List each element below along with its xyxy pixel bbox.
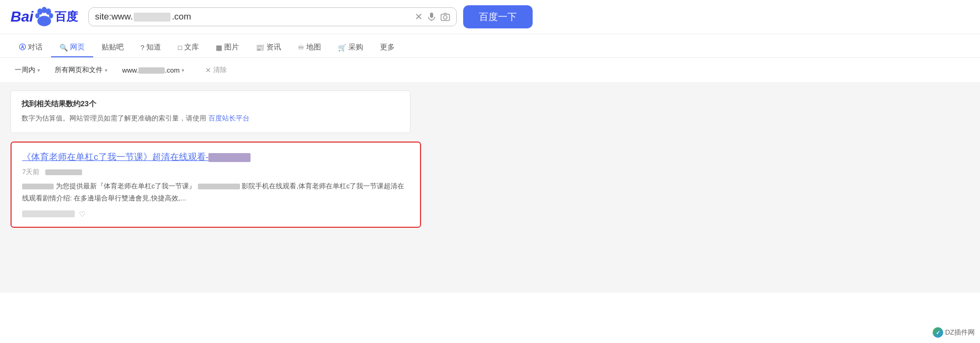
- result-count-box: 找到相关结果数约23个 数字为估算值。网站管理员如需了解更准确的索引量，请使用 …: [11, 90, 411, 133]
- svg-point-3: [35, 13, 39, 18]
- wangye-icon: 🔍: [59, 44, 68, 52]
- tab-tiezieba-label: 贴贴吧: [102, 43, 124, 52]
- result-footer-blurred: [22, 210, 75, 217]
- filter-domain-chevron-icon: ▾: [182, 67, 184, 73]
- tab-tiezieba[interactable]: 贴贴吧: [93, 38, 132, 57]
- search-input-text: site:www..com: [95, 12, 411, 22]
- tab-caigou[interactable]: 🛒 采购: [329, 38, 372, 57]
- result-desc: 为您提供最新『体育老师在单杠c了我一节课』 影院手机在线观看,体育老师在单杠c了…: [22, 180, 409, 205]
- domain-blurred: [134, 13, 171, 22]
- svg-point-5: [37, 16, 51, 26]
- tab-duihua-label: 对话: [28, 43, 43, 52]
- filter-time-label: 一周内: [15, 65, 35, 75]
- result-count-title: 找到相关结果数约23个: [22, 99, 399, 109]
- mic-icon[interactable]: [427, 12, 436, 22]
- tab-caigou-label: 采购: [348, 43, 363, 52]
- clear-icon[interactable]: ✕: [415, 11, 423, 23]
- tab-wangye-label: 网页: [70, 43, 85, 52]
- ditu-icon: ♾: [298, 44, 304, 52]
- filter-domain[interactable]: www..com ▾: [118, 64, 188, 76]
- tab-zixun-label: 资讯: [266, 43, 281, 52]
- result-count-desc-1: 数字为估算值。网站管理员如需了解更准确的索引量，请使用: [22, 114, 206, 122]
- tab-duihua[interactable]: Ⓐ 对话: [11, 38, 51, 57]
- baidu-logo: Bai 百度: [11, 6, 78, 27]
- tab-zixun[interactable]: 📰 资讯: [247, 38, 289, 57]
- tab-ditu-label: 地图: [306, 43, 321, 52]
- clear-label: 清除: [213, 65, 227, 75]
- result-time-ago: 7天前: [22, 168, 39, 176]
- zixun-icon: 📰: [256, 44, 264, 52]
- search-bar: site:www..com ✕: [88, 7, 457, 26]
- result-title-blurred: [208, 153, 251, 162]
- result-count-desc: 数字为估算值。网站管理员如需了解更准确的索引量，请使用 百度站长平台: [22, 113, 399, 124]
- clear-x-icon: ✕: [205, 66, 211, 74]
- result-desc-site-blurred: [22, 184, 54, 190]
- tupian-icon: ▦: [216, 44, 222, 52]
- svg-point-9: [443, 16, 447, 19]
- filter-time[interactable]: 一周内 ▾: [11, 63, 44, 77]
- result-desc-text-1: 为您提供最新『体育老师在单杠c了我一节课』: [56, 182, 196, 190]
- paw-icon: [34, 6, 55, 27]
- logo-baidu-cn-text: 百度: [55, 9, 78, 25]
- tab-tupian-label: 图片: [224, 43, 239, 52]
- tab-gengduo[interactable]: 更多: [372, 38, 403, 57]
- baidu-webmaster-link[interactable]: 百度站长平台: [208, 114, 249, 122]
- tab-zhidao[interactable]: ? 知道: [132, 38, 169, 57]
- tab-wangye[interactable]: 🔍 网页: [51, 38, 93, 57]
- caigou-icon: 🛒: [338, 44, 346, 52]
- tab-wenku-label: 文库: [184, 43, 199, 52]
- svg-point-4: [49, 13, 53, 18]
- search-button[interactable]: 百度一下: [463, 5, 533, 28]
- result-title-link[interactable]: 《体育老师在单杠c了我一节课》超清在线观看-: [22, 151, 409, 163]
- filter-scope-label: 所有网页和文件: [55, 65, 103, 75]
- camera-icon[interactable]: [441, 12, 450, 22]
- filter-scope[interactable]: 所有网页和文件 ▾: [51, 63, 112, 77]
- tab-wenku[interactable]: □ 文库: [169, 38, 207, 57]
- result-site-blurred: [45, 169, 82, 176]
- svg-rect-6: [430, 13, 433, 18]
- result-meta: 7天前: [22, 167, 409, 177]
- logo-bai-text: Bai: [11, 8, 34, 25]
- tab-tupian[interactable]: ▦ 图片: [207, 38, 247, 57]
- search-result-card: 《体育老师在单杠c了我一节课》超清在线观看- 7天前 为您提供最新『体育老师在单…: [11, 142, 421, 228]
- result-desc-mid-blurred: [198, 184, 240, 190]
- duihua-icon: Ⓐ: [19, 43, 26, 52]
- filter-time-chevron-icon: ▾: [37, 67, 40, 73]
- wenku-icon: □: [178, 44, 182, 52]
- result-footer: ♡: [22, 210, 409, 218]
- filter-bar: 一周内 ▾ 所有网页和文件 ▾ www..com ▾ ✕ 清除: [0, 58, 980, 82]
- tab-zhidao-label: 知道: [146, 43, 161, 52]
- nav-tabs: Ⓐ 对话 🔍 网页 贴贴吧 ? 知道 □ 文库 ▦ 图片 📰 资讯 ♾ 地图 🛒…: [0, 34, 980, 58]
- zhidao-icon: ?: [141, 44, 144, 52]
- header: Bai 百度 site:www..com ✕: [0, 0, 980, 34]
- tab-ditu[interactable]: ♾ 地图: [289, 38, 329, 57]
- filter-scope-chevron-icon: ▾: [105, 67, 107, 73]
- main-content: 找到相关结果数约23个 数字为估算值。网站管理员如需了解更准确的索引量，请使用 …: [0, 82, 980, 292]
- filter-domain-text: www..com: [122, 66, 179, 74]
- heart-icon[interactable]: ♡: [79, 210, 86, 218]
- tab-gengduo-label: 更多: [380, 43, 395, 52]
- filter-clear-button[interactable]: ✕ 清除: [205, 65, 227, 75]
- result-title-text: 《体育老师在单杠c了我一节课》超清在线观看-: [22, 152, 208, 162]
